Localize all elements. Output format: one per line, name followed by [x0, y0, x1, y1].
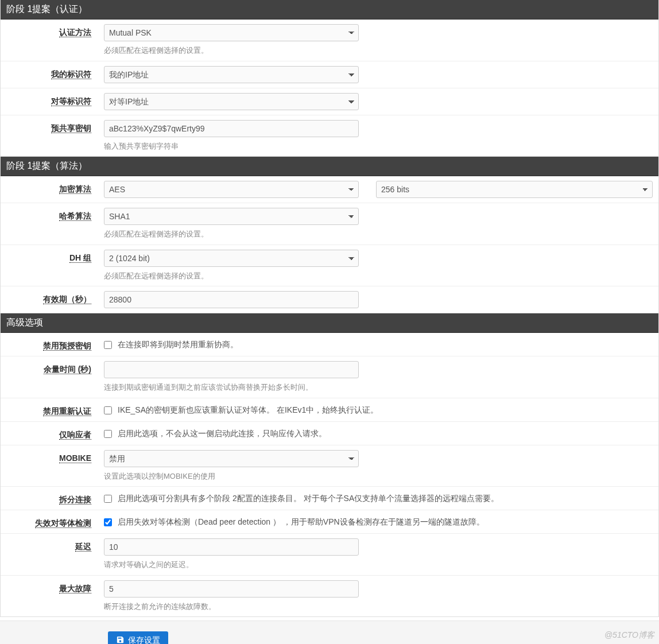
label-margintime: 余量时间 (秒) — [1, 361, 102, 393]
watermark: @51CTO博客 — [604, 630, 654, 641]
dpd-delay-help: 请求对等确认之间的延迟。 — [104, 559, 653, 571]
peer-identifier-select[interactable]: 对等IP地址 — [104, 93, 359, 110]
auth-method-help: 必须匹配在远程侧选择的设置。 — [104, 45, 653, 56]
label-preshared-key: 预共享密钥 — [1, 120, 102, 152]
panel-phase1-auth: 阶段 1提案（认证） 认证方法 Mutual PSK 必须匹配在远程侧选择的设置… — [0, 0, 659, 157]
save-icon — [116, 635, 125, 644]
dpd-enable-checkbox[interactable] — [104, 518, 112, 526]
my-identifier-select[interactable]: 我的IP地址 — [104, 66, 359, 83]
panel-heading-advanced: 高级选项 — [1, 313, 658, 333]
margintime-input[interactable] — [104, 361, 359, 378]
panel-heading-phase1-algo: 阶段 1提案（算法） — [1, 157, 658, 176]
label-responder-only: 仅响应者 — [1, 426, 102, 440]
label-hash: 哈希算法 — [1, 208, 102, 240]
label-mobike: MOBIKE — [1, 450, 102, 482]
auth-method-select[interactable]: Mutual PSK — [104, 24, 359, 41]
mobike-help: 设置此选项以控制MOBIKE的使用 — [104, 471, 653, 482]
label-my-identifier: 我的标识符 — [1, 66, 102, 83]
label-auth-method: 认证方法 — [1, 24, 102, 56]
label-disable-reauth: 禁用重新认证 — [1, 403, 102, 417]
label-dpd-enable: 失效对等体检测 — [1, 515, 102, 529]
panel-heading-phase1-auth: 阶段 1提案（认证） — [1, 0, 658, 20]
hash-algo-select[interactable]: SHA1 — [104, 208, 359, 225]
preshared-key-input[interactable] — [104, 120, 359, 137]
label-dh-group: DH 组 — [1, 250, 102, 282]
dh-group-select[interactable]: 2 (1024 bit) — [104, 250, 359, 267]
disable-rekey-checkbox[interactable] — [104, 341, 112, 349]
disable-rekey-desc: 在连接即将到期时禁用重新协商。 — [118, 340, 238, 350]
dpd-enable-desc: 启用失效对等体检测（Dead peer detection ） ，用于帮助VPN… — [118, 517, 484, 527]
panel-phase1-algo: 阶段 1提案（算法） 加密算法 AES 256 bits 哈希算法 SHA1 必… — [0, 157, 659, 313]
split-conn-checkbox[interactable] — [104, 495, 112, 503]
mobike-select[interactable]: 禁用 — [104, 450, 359, 467]
encryption-keylen-select[interactable]: 256 bits — [376, 181, 653, 198]
label-dpd-delay: 延迟 — [1, 538, 102, 571]
dpd-maxfail-help: 断开连接之前允许的连续故障数。 — [104, 601, 653, 612]
margintime-help: 连接到期或密钥通道到期之前应该尝试协商替换开始多长时间。 — [104, 382, 653, 393]
label-disable-rekey: 禁用预授密钥 — [1, 337, 102, 351]
responder-only-desc: 启用此选项，不会从这一侧启动此连接，只响应传入请求。 — [118, 429, 327, 439]
label-dpd-maxfail: 最大故障 — [1, 580, 102, 612]
preshared-key-help: 输入预共享密钥字符串 — [104, 141, 653, 152]
hash-help: 必须匹配在远程侧选择的设置。 — [104, 228, 653, 240]
disable-reauth-desc: IKE_SA的密钥更新也应该重新认证对等体。 在IKEv1中，始终执行认证。 — [118, 405, 378, 416]
label-split-conn: 拆分连接 — [1, 491, 102, 505]
split-conn-desc: 启用此选项可分割具有多个阶段 2配置的连接条目。 对于每个子SA仅支持单个流量选… — [118, 494, 499, 504]
dpd-delay-input[interactable] — [104, 538, 359, 556]
dpd-maxfail-input[interactable] — [104, 580, 359, 598]
label-encryption: 加密算法 — [1, 181, 102, 198]
save-row: 保存设置 — [0, 620, 659, 644]
dh-group-help: 必须匹配在远程侧选择的设置。 — [104, 270, 653, 282]
save-button[interactable]: 保存设置 — [108, 631, 168, 644]
label-lifetime: 有效期（秒） — [1, 291, 102, 308]
responder-only-checkbox[interactable] — [104, 430, 112, 438]
panel-advanced: 高级选项 禁用预授密钥 在连接即将到期时禁用重新协商。 余量时间 (秒) 连接到… — [0, 313, 659, 617]
disable-reauth-checkbox[interactable] — [104, 406, 112, 414]
label-peer-identifier: 对等标识符 — [1, 93, 102, 110]
encryption-algo-select[interactable]: AES — [104, 181, 359, 198]
lifetime-input[interactable] — [104, 291, 359, 308]
save-button-label: 保存设置 — [128, 635, 160, 644]
